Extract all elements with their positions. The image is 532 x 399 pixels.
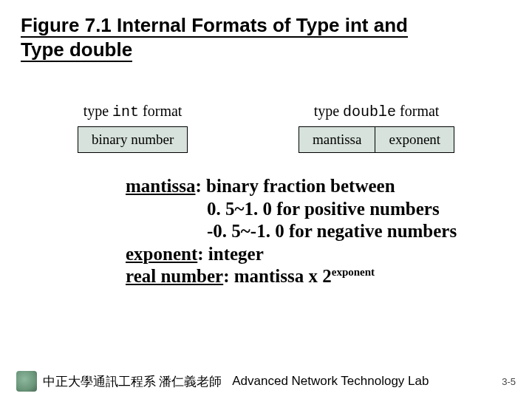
double-box: mantissa exponent bbox=[299, 126, 454, 153]
figure-number: Figure 7.1 bbox=[21, 14, 112, 36]
title-line2: Type double bbox=[21, 38, 132, 62]
real-exponent: exponent bbox=[332, 266, 375, 278]
int-caption: type int format bbox=[78, 103, 188, 120]
caption-suffix: format bbox=[139, 103, 182, 119]
real-text: : mantissa x 2 bbox=[223, 266, 332, 286]
mantissa-cell: mantissa bbox=[299, 126, 376, 153]
double-format: type double format mantissa exponent bbox=[299, 103, 454, 153]
caption-mono: double bbox=[343, 103, 396, 120]
footer-en: Advanced Network Technology Lab bbox=[232, 374, 429, 389]
int-box: binary number bbox=[78, 126, 188, 153]
slide-title: Figure 7.1 Internal Formats of Type int … bbox=[0, 0, 532, 66]
logo-icon bbox=[16, 371, 37, 392]
exponent-label: exponent bbox=[126, 244, 197, 264]
mantissa-pos: 0. 5~1. 0 for positive numbers bbox=[126, 198, 517, 221]
mantissa-line: mantissa: binary fraction between bbox=[126, 175, 517, 198]
caption-prefix: type bbox=[314, 103, 343, 119]
caption-mono: int bbox=[112, 103, 139, 120]
mantissa-text: : binary fraction between bbox=[195, 176, 395, 196]
footer-cn: 中正大學通訊工程系 潘仁義老師 bbox=[43, 373, 222, 390]
title-line1: Internal Formats of Type int and bbox=[112, 14, 408, 36]
mantissa-label: mantissa bbox=[126, 176, 195, 196]
real-label: real number bbox=[126, 266, 223, 286]
exponent-text: : integer bbox=[197, 244, 264, 264]
mantissa-neg: -0. 5~-1. 0 for negative numbers bbox=[126, 220, 517, 243]
page-number: 3-5 bbox=[502, 376, 516, 387]
exponent-cell: exponent bbox=[375, 126, 454, 153]
int-format: type int format binary number bbox=[78, 103, 188, 153]
real-line: real number: mantissa x 2exponent bbox=[126, 265, 517, 288]
double-caption: type double format bbox=[299, 103, 454, 120]
footer: 中正大學通訊工程系 潘仁義老師 Advanced Network Technol… bbox=[0, 371, 532, 392]
formats-row: type int format binary number type doubl… bbox=[0, 66, 532, 160]
int-cell: binary number bbox=[78, 126, 188, 153]
definitions-block: mantissa: binary fraction between 0. 5~1… bbox=[0, 160, 532, 288]
caption-prefix: type bbox=[83, 103, 112, 119]
exponent-line: exponent: integer bbox=[126, 243, 517, 266]
caption-suffix: format bbox=[396, 103, 439, 119]
